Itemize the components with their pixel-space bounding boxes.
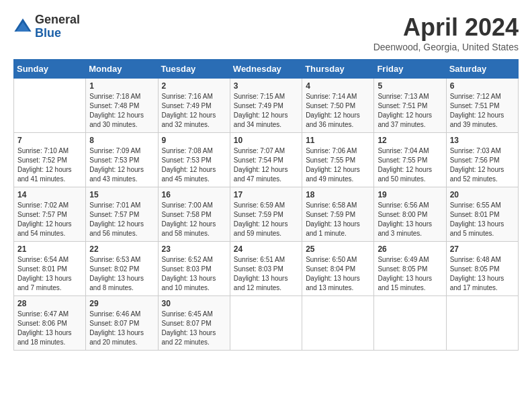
calendar-cell: 10Sunrise: 7:07 AMSunset: 7:54 PMDayligh… xyxy=(230,133,302,187)
header-day: Friday xyxy=(374,60,446,79)
calendar-cell: 21Sunrise: 6:54 AMSunset: 8:01 PMDayligh… xyxy=(14,242,86,296)
calendar-week-row: 28Sunrise: 6:47 AMSunset: 8:06 PMDayligh… xyxy=(14,296,519,351)
calendar-cell: 2Sunrise: 7:16 AMSunset: 7:49 PMDaylight… xyxy=(158,79,230,133)
day-info: Sunrise: 6:48 AMSunset: 8:05 PMDaylight:… xyxy=(450,255,515,293)
day-info: Sunrise: 7:04 AMSunset: 7:55 PMDaylight:… xyxy=(378,146,442,184)
calendar-cell: 5Sunrise: 7:13 AMSunset: 7:51 PMDaylight… xyxy=(374,79,446,133)
day-number: 13 xyxy=(450,136,515,145)
day-number: 30 xyxy=(162,299,226,308)
day-number: 21 xyxy=(17,244,82,254)
day-info: Sunrise: 7:13 AMSunset: 7:51 PMDaylight:… xyxy=(378,92,442,130)
logo-text: General Blue xyxy=(35,13,80,40)
calendar-cell: 22Sunrise: 6:53 AMSunset: 8:02 PMDayligh… xyxy=(86,242,158,296)
calendar-cell xyxy=(14,79,86,133)
calendar-cell: 26Sunrise: 6:49 AMSunset: 8:05 PMDayligh… xyxy=(374,242,446,296)
day-info: Sunrise: 6:59 AMSunset: 7:59 PMDaylight:… xyxy=(234,201,298,238)
logo-icon xyxy=(13,17,32,36)
logo-general: General xyxy=(35,13,80,27)
day-info: Sunrise: 7:09 AMSunset: 7:53 PMDaylight:… xyxy=(89,146,154,184)
day-info: Sunrise: 7:08 AMSunset: 7:53 PMDaylight:… xyxy=(162,146,226,184)
calendar-week-row: 21Sunrise: 6:54 AMSunset: 8:01 PMDayligh… xyxy=(14,242,519,296)
day-info: Sunrise: 6:52 AMSunset: 8:03 PMDaylight:… xyxy=(162,255,226,293)
calendar-cell xyxy=(302,296,374,351)
day-number: 11 xyxy=(306,136,370,145)
calendar-body: 1Sunrise: 7:18 AMSunset: 7:48 PMDaylight… xyxy=(14,79,519,351)
calendar-week-row: 7Sunrise: 7:10 AMSunset: 7:52 PMDaylight… xyxy=(14,133,519,187)
day-number: 27 xyxy=(450,244,515,254)
calendar-cell: 17Sunrise: 6:59 AMSunset: 7:59 PMDayligh… xyxy=(230,187,302,242)
day-info: Sunrise: 7:02 AMSunset: 7:57 PMDaylight:… xyxy=(17,201,82,238)
day-number: 20 xyxy=(450,190,515,199)
day-info: Sunrise: 7:16 AMSunset: 7:49 PMDaylight:… xyxy=(162,92,226,130)
day-number: 15 xyxy=(89,190,154,199)
calendar-cell: 15Sunrise: 7:01 AMSunset: 7:57 PMDayligh… xyxy=(86,187,158,242)
calendar-cell: 3Sunrise: 7:15 AMSunset: 7:49 PMDaylight… xyxy=(230,79,302,133)
calendar-cell: 23Sunrise: 6:52 AMSunset: 8:03 PMDayligh… xyxy=(158,242,230,296)
calendar-cell: 4Sunrise: 7:14 AMSunset: 7:50 PMDaylight… xyxy=(302,79,374,133)
calendar-cell: 7Sunrise: 7:10 AMSunset: 7:52 PMDaylight… xyxy=(14,133,86,187)
day-info: Sunrise: 7:12 AMSunset: 7:51 PMDaylight:… xyxy=(450,92,515,130)
day-info: Sunrise: 6:56 AMSunset: 8:00 PMDaylight:… xyxy=(378,201,442,238)
calendar-week-row: 1Sunrise: 7:18 AMSunset: 7:48 PMDaylight… xyxy=(14,79,519,133)
day-info: Sunrise: 6:49 AMSunset: 8:05 PMDaylight:… xyxy=(378,255,442,293)
day-number: 17 xyxy=(234,190,298,199)
header-row: SundayMondayTuesdayWednesdayThursdayFrid… xyxy=(14,60,519,79)
day-number: 1 xyxy=(89,81,154,91)
calendar-cell: 13Sunrise: 7:03 AMSunset: 7:56 PMDayligh… xyxy=(446,133,518,187)
logo: General Blue xyxy=(13,13,80,40)
calendar-cell: 25Sunrise: 6:50 AMSunset: 8:04 PMDayligh… xyxy=(302,242,374,296)
day-info: Sunrise: 7:03 AMSunset: 7:56 PMDaylight:… xyxy=(450,146,515,184)
day-number: 3 xyxy=(234,81,298,91)
calendar-cell: 28Sunrise: 6:47 AMSunset: 8:06 PMDayligh… xyxy=(14,296,86,351)
day-number: 4 xyxy=(306,81,370,91)
day-number: 16 xyxy=(162,190,226,199)
calendar-cell: 27Sunrise: 6:48 AMSunset: 8:05 PMDayligh… xyxy=(446,242,518,296)
day-number: 23 xyxy=(162,244,226,254)
header-day: Monday xyxy=(86,60,158,79)
day-number: 14 xyxy=(17,190,82,199)
calendar-cell: 9Sunrise: 7:08 AMSunset: 7:53 PMDaylight… xyxy=(158,133,230,187)
day-number: 10 xyxy=(234,136,298,145)
day-info: Sunrise: 6:47 AMSunset: 8:06 PMDaylight:… xyxy=(17,310,82,347)
day-info: Sunrise: 7:07 AMSunset: 7:54 PMDaylight:… xyxy=(234,146,298,184)
day-info: Sunrise: 6:51 AMSunset: 8:03 PMDaylight:… xyxy=(234,255,298,293)
main-title: April 2024 xyxy=(373,13,519,42)
day-number: 5 xyxy=(378,81,442,91)
header-day: Wednesday xyxy=(230,60,302,79)
day-info: Sunrise: 7:15 AMSunset: 7:49 PMDaylight:… xyxy=(234,92,298,130)
day-number: 19 xyxy=(378,190,442,199)
day-info: Sunrise: 7:18 AMSunset: 7:48 PMDaylight:… xyxy=(89,92,154,130)
day-number: 2 xyxy=(162,81,226,91)
day-info: Sunrise: 7:01 AMSunset: 7:57 PMDaylight:… xyxy=(89,201,154,238)
header: General Blue April 2024 Deenwood, Georgi… xyxy=(13,13,519,52)
day-info: Sunrise: 6:50 AMSunset: 8:04 PMDaylight:… xyxy=(306,255,370,293)
day-number: 7 xyxy=(17,136,82,145)
day-info: Sunrise: 7:14 AMSunset: 7:50 PMDaylight:… xyxy=(306,92,370,130)
calendar-week-row: 14Sunrise: 7:02 AMSunset: 7:57 PMDayligh… xyxy=(14,187,519,242)
day-number: 24 xyxy=(234,244,298,254)
day-info: Sunrise: 6:53 AMSunset: 8:02 PMDaylight:… xyxy=(89,255,154,293)
header-day: Sunday xyxy=(14,60,86,79)
day-info: Sunrise: 7:06 AMSunset: 7:55 PMDaylight:… xyxy=(306,146,370,184)
calendar-cell: 16Sunrise: 7:00 AMSunset: 7:58 PMDayligh… xyxy=(158,187,230,242)
calendar-cell: 18Sunrise: 6:58 AMSunset: 7:59 PMDayligh… xyxy=(302,187,374,242)
calendar-cell xyxy=(374,296,446,351)
header-day: Saturday xyxy=(446,60,518,79)
day-info: Sunrise: 6:46 AMSunset: 8:07 PMDaylight:… xyxy=(89,310,154,347)
calendar-cell xyxy=(446,296,518,351)
day-number: 8 xyxy=(89,136,154,145)
calendar-cell: 24Sunrise: 6:51 AMSunset: 8:03 PMDayligh… xyxy=(230,242,302,296)
logo-blue: Blue xyxy=(35,27,80,40)
calendar-cell: 11Sunrise: 7:06 AMSunset: 7:55 PMDayligh… xyxy=(302,133,374,187)
day-info: Sunrise: 7:00 AMSunset: 7:58 PMDaylight:… xyxy=(162,201,226,238)
day-number: 22 xyxy=(89,244,154,254)
title-area: April 2024 Deenwood, Georgia, United Sta… xyxy=(373,13,519,52)
day-number: 26 xyxy=(378,244,442,254)
day-number: 6 xyxy=(450,81,515,91)
day-number: 9 xyxy=(162,136,226,145)
calendar-cell xyxy=(230,296,302,351)
calendar-cell: 20Sunrise: 6:55 AMSunset: 8:01 PMDayligh… xyxy=(446,187,518,242)
calendar-cell: 30Sunrise: 6:45 AMSunset: 8:07 PMDayligh… xyxy=(158,296,230,351)
day-number: 12 xyxy=(378,136,442,145)
calendar-cell: 12Sunrise: 7:04 AMSunset: 7:55 PMDayligh… xyxy=(374,133,446,187)
